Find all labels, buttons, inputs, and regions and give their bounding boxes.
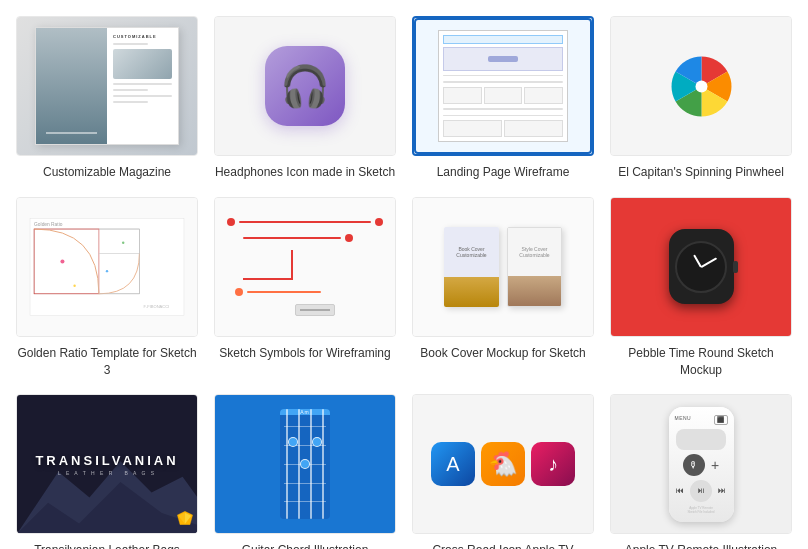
card-transilvanian[interactable]: TRANSILVANIAN L E A T H E R B A G S Tran… xyxy=(16,394,198,549)
wireframe-preview xyxy=(438,30,569,142)
card-image-transilvanian: TRANSILVANIAN L E A T H E R B A G S xyxy=(16,394,198,534)
card-title-cross-road: Cross Road Icon Apple TV xyxy=(432,542,573,549)
guitar-neck: Am xyxy=(280,409,330,519)
card-image-book-cover: Book CoverCustomizable Style CoverCustom… xyxy=(412,197,594,337)
svg-rect-1 xyxy=(30,218,184,315)
book-cover-1: Book CoverCustomizable xyxy=(444,227,499,307)
card-apple-tv-remote[interactable]: MENU ⬛ 🎙 + ⏮ xyxy=(610,394,792,549)
card-pinwheel[interactable]: El Capitan's Spinning Pinwheel xyxy=(610,16,792,181)
book-cover-2: Style CoverCustomizable xyxy=(507,227,562,307)
chicken-icon: 🐔 xyxy=(481,442,525,486)
app-store-icon: A xyxy=(431,442,475,486)
card-guitar-chord[interactable]: Am xyxy=(214,394,396,549)
card-image-customizable-magazine: Customizable xyxy=(16,16,198,156)
play-pause-icon: ⏯ xyxy=(697,486,705,495)
music-glyph: ♪ xyxy=(548,453,558,476)
card-title-landing-page: Landing Page Wireframe xyxy=(437,164,570,181)
svg-text:Golden Ratio: Golden Ratio xyxy=(34,221,63,226)
card-title-golden-ratio: Golden Ratio Template for Sketch 3 xyxy=(16,345,198,379)
remote-mic-button: 🎙 xyxy=(683,454,705,476)
svg-text:F-FIBONACCI: F-FIBONACCI xyxy=(143,303,169,308)
card-title-pebble-watch: Pebble Time Round Sketch Mockup xyxy=(610,345,792,379)
remote-body: MENU ⬛ 🎙 + ⏮ xyxy=(669,407,734,522)
svg-point-9 xyxy=(122,241,124,243)
card-image-golden-ratio: Golden Ratio F xyxy=(16,197,198,337)
card-title-apple-tv-remote: Apple TV Remote Illustration xyxy=(625,542,778,549)
remote-plus-icon: + xyxy=(711,457,719,473)
card-title-customizable-magazine: Customizable Magazine xyxy=(43,164,171,181)
card-title-pinwheel: El Capitan's Spinning Pinwheel xyxy=(618,164,784,181)
watch-crown xyxy=(733,261,738,273)
watch-face xyxy=(675,241,727,293)
card-image-apple-tv-remote: MENU ⬛ 🎙 + ⏮ xyxy=(610,394,792,534)
card-book-cover[interactable]: Book CoverCustomizable Style CoverCustom… xyxy=(412,197,594,379)
app-store-glyph: A xyxy=(446,453,459,476)
svg-point-7 xyxy=(60,259,64,263)
transilvanian-title: TRANSILVANIAN xyxy=(35,453,178,468)
card-title-guitar-chord: Guitar Chord Illustration xyxy=(242,542,369,549)
card-title-sketch-symbols: Sketch Symbols for Wireframing xyxy=(219,345,390,362)
card-sketch-symbols[interactable]: Sketch Symbols for Wireframing xyxy=(214,197,396,379)
card-title-headphones: Headphones Icon made in Sketch xyxy=(215,164,395,181)
remote-footnote: Apple TV RemoteSketch File Included xyxy=(687,506,714,514)
card-image-pebble-watch xyxy=(610,197,792,337)
sketch-logo-badge xyxy=(177,511,193,525)
svg-point-8 xyxy=(106,270,108,272)
card-image-headphones: 🎧 xyxy=(214,16,396,156)
card-image-cross-road: A 🐔 ♪ xyxy=(412,394,594,534)
svg-point-10 xyxy=(73,284,75,286)
watch-minute-hand xyxy=(701,257,717,267)
resource-grid: Customizable Customizable Magazine 🎧 xyxy=(16,16,792,549)
remote-touchpad xyxy=(676,429,726,450)
card-title-book-cover: Book Cover Mockup for Sketch xyxy=(420,345,585,362)
card-pebble-watch[interactable]: Pebble Time Round Sketch Mockup xyxy=(610,197,792,379)
card-cross-road[interactable]: A 🐔 ♪ Cross Road Icon Apple TV xyxy=(412,394,594,549)
card-image-pinwheel xyxy=(610,16,792,156)
card-image-landing-page xyxy=(412,16,594,156)
music-icon: ♪ xyxy=(531,442,575,486)
card-headphones[interactable]: 🎧 Headphones Icon made in Sketch xyxy=(214,16,396,181)
card-image-guitar-chord: Am xyxy=(214,394,396,534)
card-landing-page[interactable]: Landing Page Wireframe xyxy=(412,16,594,181)
card-image-sketch-symbols xyxy=(214,197,396,337)
headphone-glyph: 🎧 xyxy=(280,63,330,110)
remote-play-button: ⏯ xyxy=(690,480,712,502)
card-title-transilvanian: Transilvanian Leather Bags xyxy=(34,542,180,549)
mic-icon: 🎙 xyxy=(689,460,698,470)
chicken-glyph: 🐔 xyxy=(488,450,518,478)
golden-ratio-svg: Golden Ratio F xyxy=(26,205,188,329)
svg-point-0 xyxy=(695,80,707,92)
card-golden-ratio[interactable]: Golden Ratio F xyxy=(16,197,198,379)
headphone-app-icon: 🎧 xyxy=(265,46,345,126)
card-customizable-magazine[interactable]: Customizable Customizable Magazine xyxy=(16,16,198,181)
pinwheel-graphic xyxy=(664,49,739,124)
transilvanian-subtitle: L E A T H E R B A G S xyxy=(58,470,156,476)
watch-body xyxy=(669,229,734,304)
